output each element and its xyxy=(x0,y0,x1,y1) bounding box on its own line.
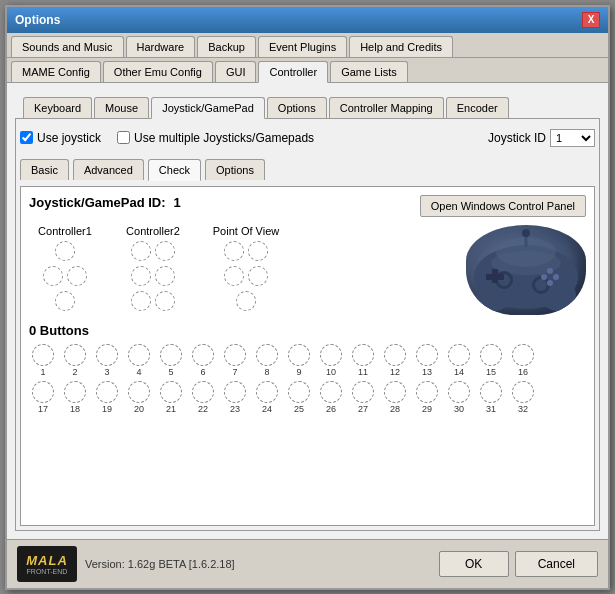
tab-game-lists[interactable]: Game Lists xyxy=(330,61,408,82)
open-control-panel-button[interactable]: Open Windows Control Panel xyxy=(420,195,586,217)
button-num-32: 32 xyxy=(518,404,528,414)
tab-hardware[interactable]: Hardware xyxy=(126,36,196,57)
tab-backup[interactable]: Backup xyxy=(197,36,256,57)
use-multiple-checkbox[interactable] xyxy=(117,131,130,144)
button-num-3: 3 xyxy=(104,367,109,377)
tab-sounds-and-music[interactable]: Sounds and Music xyxy=(11,36,124,57)
logo-area: MALA FRONT-END Version: 1.62g BETA [1.6.… xyxy=(17,546,235,582)
tab-row-3: Keyboard Mouse Joystick/GamePad Options … xyxy=(15,91,600,119)
svg-point-7 xyxy=(535,279,547,291)
button-wrap-12: 12 xyxy=(381,344,409,377)
controllers-section: Controller1 Controller2 Point Of View xyxy=(29,225,281,313)
ctrl1-circle-2 xyxy=(43,266,63,286)
close-button[interactable]: X xyxy=(582,12,600,28)
button-circle-19 xyxy=(96,381,118,403)
button-num-23: 23 xyxy=(230,404,240,414)
logo-text: MALA xyxy=(26,553,68,568)
button-wrap-13: 13 xyxy=(413,344,441,377)
pov-header: Point Of View xyxy=(211,225,281,237)
pov-circle-5 xyxy=(236,291,256,311)
button-circle-21 xyxy=(160,381,182,403)
buttons-row-2: 17181920212223242526272829303132 xyxy=(29,381,586,414)
tab-row-1: Sounds and Music Hardware Backup Event P… xyxy=(7,33,608,58)
pov-circle-1 xyxy=(224,241,244,261)
check-panel: Joystick/GamePad ID: 1 Open Windows Cont… xyxy=(20,186,595,526)
logo-box: MALA FRONT-END xyxy=(17,546,77,582)
buttons-count-label: 0 Buttons xyxy=(29,323,586,338)
button-num-30: 30 xyxy=(454,404,464,414)
use-multiple-checkbox-label[interactable]: Use multiple Joysticks/Gamepads xyxy=(117,131,314,145)
button-wrap-22: 22 xyxy=(189,381,217,414)
tab-other-emu-config[interactable]: Other Emu Config xyxy=(103,61,213,82)
tab-controller[interactable]: Controller xyxy=(258,61,328,83)
button-wrap-4: 4 xyxy=(125,344,153,377)
button-wrap-3: 3 xyxy=(93,344,121,377)
tab-keyboard[interactable]: Keyboard xyxy=(23,97,92,118)
buttons-section: 0 Buttons 12345678910111213141516 171819… xyxy=(29,323,586,414)
tab-encoder[interactable]: Encoder xyxy=(446,97,509,118)
use-joystick-checkbox[interactable] xyxy=(20,131,33,144)
svg-point-13 xyxy=(547,280,553,286)
button-wrap-30: 30 xyxy=(445,381,473,414)
tab-joystick-gamepad[interactable]: Joystick/GamePad xyxy=(151,97,265,119)
version-text: Version: 1.62g BETA [1.6.2.18] xyxy=(85,558,235,570)
button-circle-4 xyxy=(128,344,150,366)
tab-mame-config[interactable]: MAME Config xyxy=(11,61,101,82)
button-num-1: 1 xyxy=(40,367,45,377)
button-num-18: 18 xyxy=(70,404,80,414)
button-num-13: 13 xyxy=(422,367,432,377)
button-wrap-21: 21 xyxy=(157,381,185,414)
button-num-10: 10 xyxy=(326,367,336,377)
tab-gui[interactable]: GUI xyxy=(215,61,257,82)
button-num-9: 9 xyxy=(296,367,301,377)
subtab-basic[interactable]: Basic xyxy=(20,159,69,180)
button-wrap-6: 6 xyxy=(189,344,217,377)
tab-options[interactable]: Options xyxy=(267,97,327,118)
button-circle-17 xyxy=(32,381,54,403)
joystick-id-select[interactable]: 1 2 3 4 xyxy=(550,129,595,147)
button-wrap-28: 28 xyxy=(381,381,409,414)
svg-point-15 xyxy=(522,229,530,237)
button-num-20: 20 xyxy=(134,404,144,414)
subtab-check[interactable]: Check xyxy=(148,159,201,181)
button-circle-24 xyxy=(256,381,278,403)
button-num-28: 28 xyxy=(390,404,400,414)
subtab-options[interactable]: Options xyxy=(205,159,265,180)
tab-mouse[interactable]: Mouse xyxy=(94,97,149,118)
svg-point-10 xyxy=(547,268,553,274)
button-num-11: 11 xyxy=(358,367,368,377)
svg-rect-9 xyxy=(486,274,504,280)
subtab-advanced[interactable]: Advanced xyxy=(73,159,144,180)
button-circle-5 xyxy=(160,344,182,366)
ok-button[interactable]: OK xyxy=(439,551,509,577)
button-wrap-11: 11 xyxy=(349,344,377,377)
button-wrap-18: 18 xyxy=(61,381,89,414)
use-joystick-checkbox-label[interactable]: Use joystick xyxy=(20,131,101,145)
button-circle-10 xyxy=(320,344,342,366)
tab-event-plugins[interactable]: Event Plugins xyxy=(258,36,347,57)
button-circle-25 xyxy=(288,381,310,403)
ctrl2-circle-2 xyxy=(155,241,175,261)
tab-row-2: MAME Config Other Emu Config GUI Control… xyxy=(7,58,608,83)
titlebar: Options X xyxy=(7,7,608,33)
button-circle-9 xyxy=(288,344,310,366)
button-circle-13 xyxy=(416,344,438,366)
tab-controller-mapping[interactable]: Controller Mapping xyxy=(329,97,444,118)
button-wrap-5: 5 xyxy=(157,344,185,377)
button-wrap-14: 14 xyxy=(445,344,473,377)
button-num-15: 15 xyxy=(486,367,496,377)
tab-help-and-credits[interactable]: Help and Credits xyxy=(349,36,453,57)
button-wrap-32: 32 xyxy=(509,381,537,414)
button-num-21: 21 xyxy=(166,404,176,414)
button-num-5: 5 xyxy=(168,367,173,377)
gamepad-svg xyxy=(466,225,586,315)
pov-circle-4 xyxy=(248,266,268,286)
button-wrap-7: 7 xyxy=(221,344,249,377)
button-num-31: 31 xyxy=(486,404,496,414)
bottom-bar: MALA FRONT-END Version: 1.62g BETA [1.6.… xyxy=(7,539,608,588)
button-wrap-10: 10 xyxy=(317,344,345,377)
button-circle-16 xyxy=(512,344,534,366)
cancel-button[interactable]: Cancel xyxy=(515,551,598,577)
buttons-row-1: 12345678910111213141516 xyxy=(29,344,586,377)
ctrl2-circle-4 xyxy=(155,266,175,286)
